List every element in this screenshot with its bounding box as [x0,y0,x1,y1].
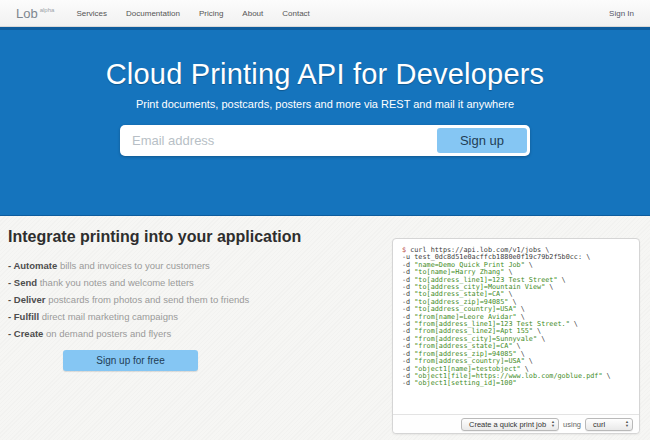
navbar: Lobalpha ServicesDocumentationPricingAbo… [0,0,650,27]
feature-item: - Create on demand posters and flyers [8,329,383,339]
hero-section: Cloud Printing API for Developers Print … [0,27,650,216]
signup-free-button[interactable]: Sign up for free [63,350,198,371]
sign-in-link[interactable]: Sign In [609,9,634,18]
select-arrows-icon: ▲▼ [625,420,629,427]
logo[interactable]: Lobalpha [16,6,54,21]
signup-form: Sign up [120,125,530,156]
nav-item-pricing[interactable]: Pricing [199,9,223,18]
using-label: using [563,420,581,429]
page: Lobalpha ServicesDocumentationPricingAbo… [0,0,650,440]
content-section: Integrate printing into your application… [0,217,650,440]
nav-item-documentation[interactable]: Documentation [126,9,180,18]
logo-text: Lob [16,6,38,21]
feature-item: - Fulfill direct mail marketing campaign… [8,312,383,322]
code-example-panel: $ curl https://api.lob.com/v1/jobs \-u t… [392,238,640,434]
language-select-value: curl [593,420,605,429]
hero-title: Cloud Printing API for Developers [0,58,650,91]
example-select[interactable]: Create a quick print job ▲▼ [461,418,559,431]
nav-item-contact[interactable]: Contact [282,9,310,18]
feature-item: - Deliver postcards from photos and send… [8,295,383,305]
nav-item-services[interactable]: Services [76,9,107,18]
features-column: Integrate printing into your application… [8,217,383,371]
email-input[interactable] [123,128,434,153]
example-select-value: Create a quick print job [469,420,546,429]
select-arrows-icon: ▲▼ [551,420,555,427]
nav-item-about[interactable]: About [242,9,263,18]
signup-button[interactable]: Sign up [437,128,527,153]
code-line: -d "object1[setting_id]=100" [402,380,635,387]
curl-code-block: $ curl https://api.lob.com/v1/jobs \-u t… [393,239,639,414]
feature-item: - Send thank you notes and welcome lette… [8,278,383,288]
feature-item: - Automate bills and invoices to your cu… [8,261,383,271]
code-panel-footer: Create a quick print job ▲▼ using curl ▲… [393,414,639,433]
features-list: - Automate bills and invoices to your cu… [8,261,383,339]
nav-links: ServicesDocumentationPricingAboutContact [76,9,309,18]
features-heading: Integrate printing into your application [8,228,383,246]
language-select[interactable]: curl ▲▼ [585,418,633,431]
hero-subtitle: Print documents, postcards, posters and … [0,98,650,110]
logo-alpha-badge: alpha [40,7,55,13]
